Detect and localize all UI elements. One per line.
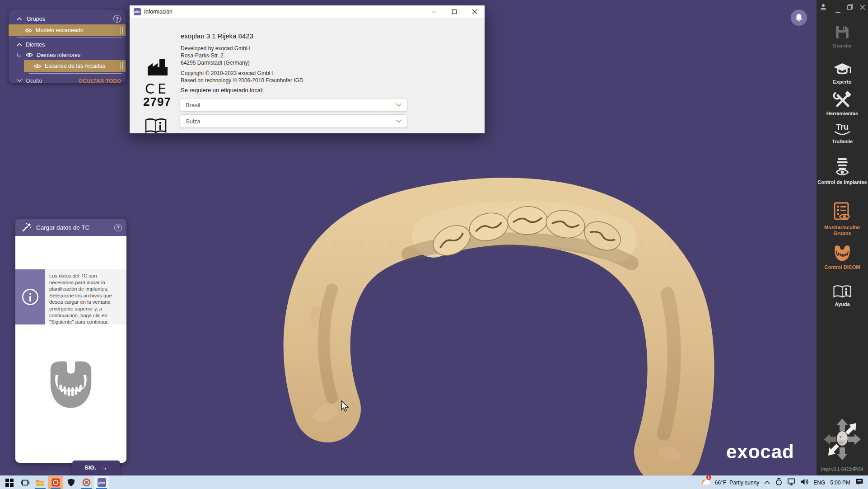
start-button[interactable] xyxy=(2,476,17,489)
recorder-app-icon xyxy=(51,478,60,487)
jaw-dicom-icon xyxy=(817,244,868,262)
toolbar-label: Herramientas xyxy=(817,111,868,117)
toolbar-label: Guardar xyxy=(817,43,868,49)
view-orientation-widget[interactable] xyxy=(822,417,863,464)
task-view-icon xyxy=(21,479,29,486)
help-icon[interactable]: ? xyxy=(114,224,122,231)
exoplan-taskbar-button[interactable]: plan xyxy=(94,476,109,489)
eye-icon[interactable] xyxy=(25,28,32,33)
dialog-titlebar[interactable]: plan Información xyxy=(130,5,485,18)
weather-widget[interactable]: 1 66°F Partly sunny xyxy=(701,477,760,488)
eye-icon[interactable] xyxy=(34,64,41,69)
toolbar-expert-button[interactable]: Experto xyxy=(817,62,868,85)
address-line: Rosa-Parks-Str. 2 xyxy=(181,52,250,59)
tree-branch-icon xyxy=(17,53,21,57)
bell-icon xyxy=(794,13,803,22)
meet-now-button[interactable] xyxy=(775,478,783,487)
defender-button[interactable] xyxy=(63,476,79,489)
tray-expand-button[interactable] xyxy=(764,480,770,486)
restore-window-icon[interactable] xyxy=(847,4,853,12)
labeling-prompt: Se requiere un etiquetado local: xyxy=(181,87,264,94)
weather-desc: Partly sunny xyxy=(729,480,759,486)
help-icon[interactable]: ? xyxy=(113,15,121,23)
toolbar-label: TruSmile xyxy=(817,139,868,145)
wizard-header: Cargar datos de TC ? xyxy=(15,219,126,236)
browser-icon xyxy=(82,478,91,487)
head-model xyxy=(837,431,848,446)
browser-button[interactable] xyxy=(79,476,94,489)
previous-label: ANT. xyxy=(38,465,51,472)
arrow-right-icon: → xyxy=(100,463,108,472)
action-center-button[interactable] xyxy=(855,478,863,487)
shield-icon xyxy=(67,478,75,487)
ce-mark-text: CE xyxy=(141,81,173,97)
eye-icon[interactable] xyxy=(26,52,33,57)
record-circle-icon xyxy=(775,478,783,486)
groups-list-eye-icon xyxy=(817,202,868,222)
tree-item-escaneo-arcadas[interactable]: Escaneo de las Arcadas xyxy=(24,60,126,72)
chevron-up-icon[interactable] xyxy=(17,42,22,47)
volume-button[interactable] xyxy=(801,478,808,487)
country-dropdown-1[interactable]: Brasil xyxy=(180,98,407,112)
clock[interactable]: 5:00 PM xyxy=(830,480,850,486)
tools-icon xyxy=(817,91,868,108)
next-button[interactable]: SIG. → xyxy=(72,461,120,475)
toolbar-show-hide-groups-button[interactable]: Mostrar/ocultar Grupos xyxy=(817,202,868,236)
dialog-title: Información xyxy=(144,9,173,15)
next-label: SIG. xyxy=(84,464,96,471)
previous-button[interactable]: ← ANT. xyxy=(27,464,51,473)
copyright-block: Copyright © 2010-2023 exocad GmbH Based … xyxy=(181,70,303,84)
magic-wand-icon xyxy=(22,222,32,232)
toolbar-tools-button[interactable]: Herramientas xyxy=(817,91,868,117)
toolbar-label: Control DICOM xyxy=(817,264,868,270)
save-icon xyxy=(817,24,868,41)
window-controls xyxy=(817,3,868,12)
recorder-app-button[interactable] xyxy=(48,476,63,489)
close-window-icon[interactable] xyxy=(860,4,865,12)
language-indicator[interactable]: ENG xyxy=(813,480,825,486)
toolbar-implant-control-button[interactable]: Control de Implantes xyxy=(817,157,868,185)
hidden-group-row[interactable]: Oculto OCULTAR TODO xyxy=(9,75,126,83)
ce-marking: CE 2797 xyxy=(141,81,173,109)
user-account-icon[interactable] xyxy=(820,4,826,12)
action-center-icon xyxy=(855,478,863,486)
ct-data-wizard: Cargar datos de TC ? Los datos del TC so… xyxy=(15,219,126,463)
tree-item-dientes[interactable]: Dientes xyxy=(9,39,126,50)
row-grip xyxy=(120,27,123,34)
chevron-up-icon xyxy=(764,480,770,484)
toolbar-save-button[interactable]: Guardar xyxy=(817,24,868,49)
toolbar-help-button[interactable]: Ayuda xyxy=(817,285,868,307)
tree-item-dientes-inferiores[interactable]: Dientes inferiores xyxy=(9,50,126,60)
groups-header[interactable]: Grupos ? xyxy=(9,13,126,24)
maximize-button[interactable] xyxy=(444,5,464,18)
hide-all-button[interactable]: OCULTAR TODO xyxy=(79,78,121,84)
info-icon-panel xyxy=(15,269,45,324)
toolbar-dicom-control-button[interactable]: Control DICOM xyxy=(817,244,868,270)
weather-temp: 66°F xyxy=(715,480,726,486)
toolbar-label: Experto xyxy=(817,79,868,85)
country-dropdown-2[interactable]: Suiza xyxy=(180,114,407,128)
instructions-book-icon xyxy=(145,118,167,136)
chevron-down-icon xyxy=(396,103,401,107)
minimize-window-icon[interactable] xyxy=(835,7,840,15)
help-book-icon xyxy=(817,285,868,299)
close-button[interactable] xyxy=(464,5,485,18)
groups-title: Grupos xyxy=(27,16,109,22)
task-view-button[interactable] xyxy=(17,476,33,489)
dialog-body: CE 2797 exoplan 3.1 Rijeka 8423 Develope… xyxy=(130,18,485,133)
file-explorer-button[interactable] xyxy=(33,476,48,489)
tree-item-modelo-escaneado[interactable]: Modelo escaneado xyxy=(9,24,126,36)
chevron-down-icon[interactable] xyxy=(17,79,22,83)
exoplan-app-icon: plan xyxy=(134,8,141,15)
toolbar-trusmile-button[interactable]: Tru TruSmile xyxy=(817,123,868,145)
toolbar-label: Mostrar/ocultar Grupos xyxy=(817,225,868,236)
network-button[interactable] xyxy=(788,478,796,487)
trusmile-wordmark: Tru xyxy=(836,123,849,131)
exocad-logo: exocad xyxy=(726,441,794,463)
address-line: 64295 Darmstadt (Germany) xyxy=(181,59,250,66)
address-line: Developed by exocad GmbH xyxy=(181,45,250,52)
minimize-button[interactable] xyxy=(424,5,444,18)
folder-icon xyxy=(36,479,45,486)
trusmile-icon: Tru xyxy=(817,123,868,136)
notifications-bell-button[interactable] xyxy=(791,9,807,26)
